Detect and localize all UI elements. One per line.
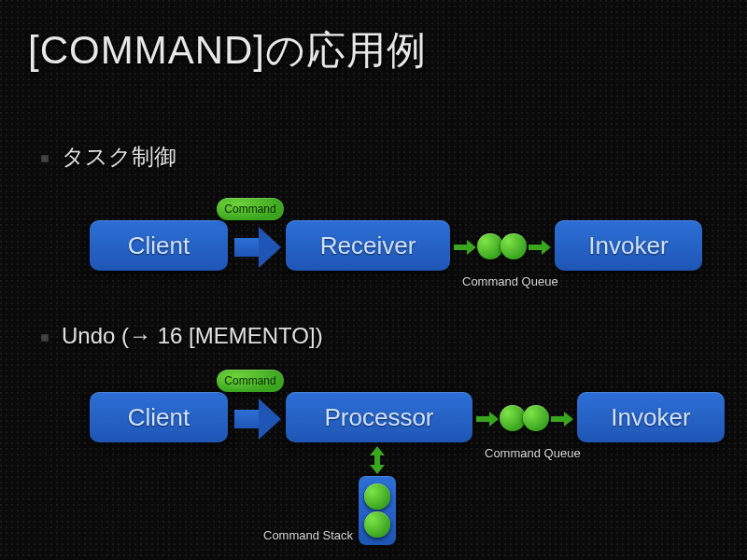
arrow-client-to-processor xyxy=(234,399,281,440)
pill-command-1: Command xyxy=(217,198,284,220)
bullet-undo: Undo (→ 16 [MEMENTO]) xyxy=(41,323,323,349)
arrow-processor-stack xyxy=(370,446,385,474)
box-receiver: Receiver xyxy=(286,220,450,271)
queue-dot-1b xyxy=(500,233,527,259)
arrow-receiver-to-queue xyxy=(454,240,476,255)
label-command-queue-1: Command Queue xyxy=(462,274,558,288)
queue-dot-1a xyxy=(477,233,503,259)
arrow-queue-to-invoker-2 xyxy=(551,412,573,427)
label-command-queue-2: Command Queue xyxy=(485,446,581,460)
slide-title: [COMMAND]の応用例 xyxy=(28,24,427,77)
arrow-processor-to-queue xyxy=(476,412,499,427)
box-client-2: Client xyxy=(90,392,228,442)
bullet-task-control: タスク制御 xyxy=(41,142,176,172)
arrow-queue-to-invoker-1 xyxy=(529,240,551,255)
stack-dot-b xyxy=(364,511,390,538)
queue-dot-2a xyxy=(500,405,526,431)
label-command-stack: Command Stack xyxy=(263,528,353,542)
queue-dot-2b xyxy=(523,405,549,431)
box-client-1: Client xyxy=(90,220,228,271)
box-processor: Processor xyxy=(286,392,472,442)
arrow-client-to-receiver xyxy=(234,227,281,268)
box-invoker-2: Invoker xyxy=(577,392,725,442)
stack-dot-a xyxy=(364,483,390,510)
box-invoker-1: Invoker xyxy=(555,220,702,271)
pill-command-2: Command xyxy=(217,370,284,392)
